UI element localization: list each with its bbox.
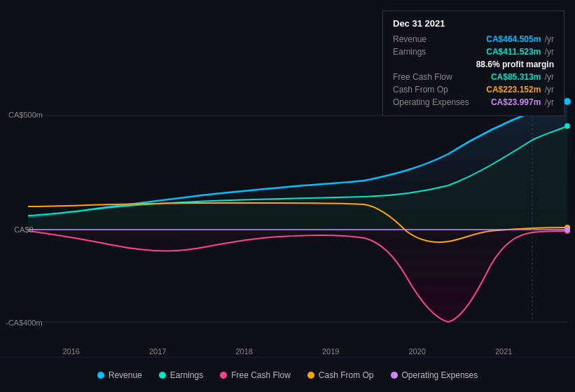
legend-fcf[interactable]: Free Cash Flow [220, 370, 291, 380]
tooltip-revenue-label: Revenue [393, 34, 470, 44]
legend-dot-fcf [220, 372, 227, 379]
x-label-2017: 2017 [149, 347, 166, 356]
y-label-500m: CA$500m [8, 111, 43, 119]
legend-earnings[interactable]: Earnings [159, 370, 203, 380]
tooltip-fcf-label: Free Cash Flow [393, 72, 470, 82]
tooltip-revenue: Revenue CA$464.505m /yr [393, 33, 554, 46]
y-label-neg400m: -CA$400m [6, 318, 43, 327]
tooltip-date: Dec 31 2021 [393, 18, 554, 29]
x-label-2018: 2018 [236, 347, 253, 356]
tooltip-opex-label: Operating Expenses [393, 97, 470, 107]
legend-dot-earnings [159, 372, 166, 379]
legend-label-revenue: Revenue [109, 370, 142, 380]
tooltip-cashfromop-value: CA$223.152m /yr [486, 85, 554, 94]
legend-label-cashfromop: Cash From Op [319, 370, 374, 380]
tooltip-opex-value: CA$23.997m /yr [491, 97, 554, 107]
legend-dot-opex [391, 372, 398, 379]
tooltip-opex: Operating Expenses CA$23.997m /yr [393, 96, 554, 108]
tooltip-fcf-value: CA$85.313m /yr [491, 72, 554, 82]
legend-cashfromop[interactable]: Cash From Op [307, 370, 374, 380]
svg-point-8 [564, 227, 570, 232]
x-label-2019: 2019 [322, 347, 339, 356]
legend-dot-cashfromop [307, 372, 314, 379]
legend-revenue[interactable]: Revenue [97, 370, 142, 380]
tooltip-profit-margin-value: 88.6% profit margin [476, 59, 554, 69]
tooltip-earnings: Earnings CA$411.523m /yr [393, 46, 554, 58]
legend-dot-revenue [97, 372, 104, 379]
tooltip-fcf: Free Cash Flow CA$85.313m /yr [393, 71, 554, 83]
x-label-2021: 2021 [495, 347, 512, 356]
svg-point-4 [564, 98, 571, 105]
x-axis-labels: 2016 2017 2018 2019 2020 2021 [0, 347, 575, 356]
legend-label-earnings: Earnings [170, 370, 203, 380]
x-label-2020: 2020 [409, 347, 426, 356]
tooltip-cashfromop: Cash From Op CA$223.152m /yr [393, 83, 554, 96]
svg-point-5 [564, 123, 570, 129]
tooltip-profit-margin: 88.6% profit margin [393, 58, 554, 71]
legend-label-opex: Operating Expenses [402, 370, 478, 380]
tooltip-panel: Dec 31 2021 Revenue CA$464.505m /yr Earn… [382, 10, 564, 116]
tooltip-cashfromop-label: Cash From Op [393, 85, 470, 94]
legend-opex[interactable]: Operating Expenses [391, 370, 478, 380]
legend-label-fcf: Free Cash Flow [231, 370, 291, 380]
tooltip-earnings-label: Earnings [393, 47, 470, 57]
x-label-2016: 2016 [63, 347, 80, 356]
tooltip-revenue-value: CA$464.505m /yr [486, 34, 554, 44]
y-label-0: CA$0 [14, 225, 34, 234]
tooltip-earnings-value: CA$411.523m /yr [486, 47, 554, 57]
legend-bar: Revenue Earnings Free Cash Flow Cash Fro… [0, 357, 575, 392]
